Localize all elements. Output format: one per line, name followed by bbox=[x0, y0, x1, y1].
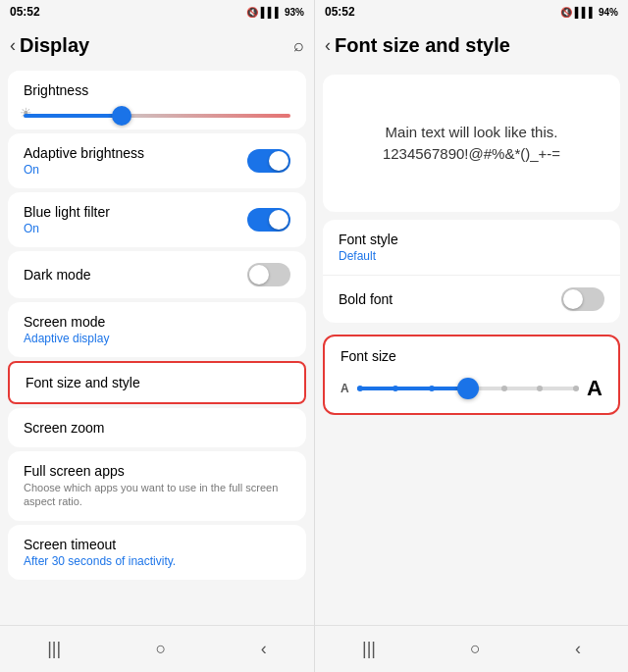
left-header: ‹ Display ⌕ bbox=[0, 24, 314, 67]
font-style-value: Default bbox=[339, 249, 604, 263]
slider-dot-6 bbox=[537, 386, 543, 391]
adaptive-brightness-label: Adaptive brightness bbox=[24, 145, 247, 161]
adaptive-brightness-card: Adaptive brightness On bbox=[8, 133, 306, 188]
right-nav-recent[interactable]: ||| bbox=[346, 631, 392, 667]
adaptive-brightness-text: Adaptive brightness On bbox=[24, 145, 247, 177]
slider-dot-1 bbox=[357, 386, 363, 391]
right-status-bar: 05:52 🔇 ▌▌▌ 94% bbox=[315, 0, 628, 24]
screen-timeout-label: Screen timeout bbox=[24, 537, 290, 552]
bold-font-toggle[interactable] bbox=[561, 287, 604, 311]
screen-timeout-text: Screen timeout After 30 seconds of inact… bbox=[24, 537, 290, 568]
font-style-label: Font style bbox=[339, 232, 604, 247]
dark-mode-knob bbox=[249, 265, 269, 284]
slider-dot-2 bbox=[392, 386, 398, 391]
search-button[interactable]: ⌕ bbox=[293, 35, 304, 56]
screen-zoom-card: Screen zoom bbox=[8, 408, 306, 447]
blue-light-card: Blue light filter On bbox=[8, 192, 306, 247]
brightness-slider-container[interactable]: ☀ bbox=[8, 98, 306, 129]
font-style-item[interactable]: Font style Default bbox=[323, 220, 620, 276]
right-header: ‹ Font size and style bbox=[315, 24, 628, 67]
screen-mode-label: Screen mode bbox=[24, 314, 290, 330]
left-nav-back[interactable]: ‹ bbox=[245, 631, 283, 667]
screen-mode-text: Screen mode Adaptive display bbox=[24, 314, 290, 345]
font-size-label: Font size bbox=[340, 348, 602, 364]
left-signal-icon: ▌▌▌ bbox=[261, 7, 282, 18]
blue-light-toggle[interactable] bbox=[247, 208, 290, 232]
brightness-card: Brightness ☀ bbox=[8, 71, 306, 129]
right-back-button[interactable]: ‹ bbox=[325, 35, 331, 56]
screen-mode-item[interactable]: Screen mode Adaptive display bbox=[8, 302, 306, 357]
left-bottom-nav: ||| ○ ‹ bbox=[0, 625, 314, 672]
font-size-large-a: A bbox=[587, 376, 602, 401]
left-nav-recent[interactable]: ||| bbox=[31, 631, 77, 667]
right-signal-icon: ▌▌▌ bbox=[575, 7, 596, 18]
brightness-track[interactable]: ☀ bbox=[24, 114, 290, 118]
right-nav-home[interactable]: ○ bbox=[454, 631, 497, 667]
dark-mode-label: Dark mode bbox=[24, 267, 247, 283]
slider-dot-3 bbox=[429, 386, 435, 391]
slider-dot-7 bbox=[573, 386, 579, 391]
blue-light-knob bbox=[269, 210, 288, 230]
screen-zoom-text: Screen zoom bbox=[24, 420, 290, 436]
blue-light-label: Blue light filter bbox=[24, 204, 247, 220]
screen-mode-status: Adaptive display bbox=[24, 332, 290, 345]
font-size-thumb[interactable] bbox=[457, 378, 479, 399]
dark-mode-toggle[interactable] bbox=[247, 263, 290, 286]
right-spacer bbox=[315, 419, 628, 625]
adaptive-brightness-item[interactable]: Adaptive brightness On bbox=[8, 133, 306, 188]
left-page-title: Display bbox=[20, 34, 89, 57]
bold-font-text: Bold font bbox=[339, 291, 561, 307]
brightness-low-icon: ☀ bbox=[20, 105, 32, 121]
font-size-style-item[interactable]: Font size and style bbox=[8, 361, 306, 404]
left-status-bar: 05:52 🔇 ▌▌▌ 93% bbox=[0, 0, 314, 24]
bold-font-label: Bold font bbox=[339, 291, 561, 307]
left-battery: 93% bbox=[285, 7, 304, 18]
dark-mode-item[interactable]: Dark mode bbox=[8, 251, 306, 298]
left-panel: 05:52 🔇 ▌▌▌ 93% ‹ Display ⌕ Brightness ☀ bbox=[0, 0, 314, 672]
bold-font-item[interactable]: Bold font bbox=[323, 276, 620, 323]
right-panel: 05:52 🔇 ▌▌▌ 94% ‹ Font size and style Ma… bbox=[314, 0, 628, 672]
brightness-item: Brightness bbox=[8, 71, 306, 98]
right-status-icons: 🔇 ▌▌▌ 94% bbox=[560, 7, 618, 18]
full-screen-item[interactable]: Full screen apps Choose which apps you w… bbox=[8, 451, 306, 521]
right-bottom-nav: ||| ○ ‹ bbox=[315, 625, 628, 672]
font-preview-card: Main text will look like this. 123456789… bbox=[323, 75, 620, 212]
font-size-slider-container[interactable]: A A bbox=[340, 376, 602, 401]
font-style-text: Font style Default bbox=[339, 232, 604, 263]
brightness-thumb[interactable] bbox=[112, 106, 131, 126]
screen-zoom-item[interactable]: Screen zoom bbox=[8, 408, 306, 447]
screen-timeout-item[interactable]: Screen timeout After 30 seconds of inact… bbox=[8, 525, 306, 580]
brightness-label: Brightness bbox=[24, 82, 88, 98]
adaptive-brightness-status: On bbox=[24, 163, 247, 177]
preview-sub-text: 1234567890!@#%&*()_+-= bbox=[383, 143, 560, 166]
font-size-card: Font size A A bbox=[323, 335, 620, 415]
font-size-small-a: A bbox=[340, 382, 349, 395]
adaptive-brightness-toggle[interactable] bbox=[247, 149, 290, 173]
font-size-style-label: Font size and style bbox=[26, 375, 140, 390]
full-screen-text: Full screen apps Choose which apps you w… bbox=[24, 463, 290, 509]
adaptive-brightness-knob bbox=[269, 151, 288, 171]
left-mute-icon: 🔇 bbox=[246, 7, 258, 18]
blue-light-text: Blue light filter On bbox=[24, 204, 247, 235]
right-mute-icon: 🔇 bbox=[560, 7, 572, 18]
blue-light-status: On bbox=[24, 222, 247, 235]
left-back-button[interactable]: ‹ bbox=[10, 35, 16, 56]
right-time: 05:52 bbox=[325, 5, 355, 19]
font-size-track[interactable] bbox=[357, 387, 579, 390]
blue-light-item[interactable]: Blue light filter On bbox=[8, 192, 306, 247]
full-screen-label: Full screen apps bbox=[24, 463, 290, 479]
brightness-fill bbox=[24, 114, 117, 118]
left-settings-list: Brightness ☀ Adaptive brightness On bbox=[0, 67, 314, 625]
left-status-icons: 🔇 ▌▌▌ 93% bbox=[246, 7, 304, 18]
preview-main-text: Main text will look like this. bbox=[386, 122, 558, 144]
right-page-title: Font size and style bbox=[335, 34, 510, 57]
left-nav-home[interactable]: ○ bbox=[140, 631, 183, 667]
right-nav-back[interactable]: ‹ bbox=[559, 631, 597, 667]
dark-mode-text: Dark mode bbox=[24, 267, 247, 283]
slider-dot-5 bbox=[501, 386, 507, 391]
full-screen-card: Full screen apps Choose which apps you w… bbox=[8, 451, 306, 521]
screen-mode-card: Screen mode Adaptive display bbox=[8, 302, 306, 357]
screen-zoom-label: Screen zoom bbox=[24, 420, 290, 436]
screen-timeout-status: After 30 seconds of inactivity. bbox=[24, 554, 290, 568]
left-time: 05:52 bbox=[10, 5, 40, 19]
